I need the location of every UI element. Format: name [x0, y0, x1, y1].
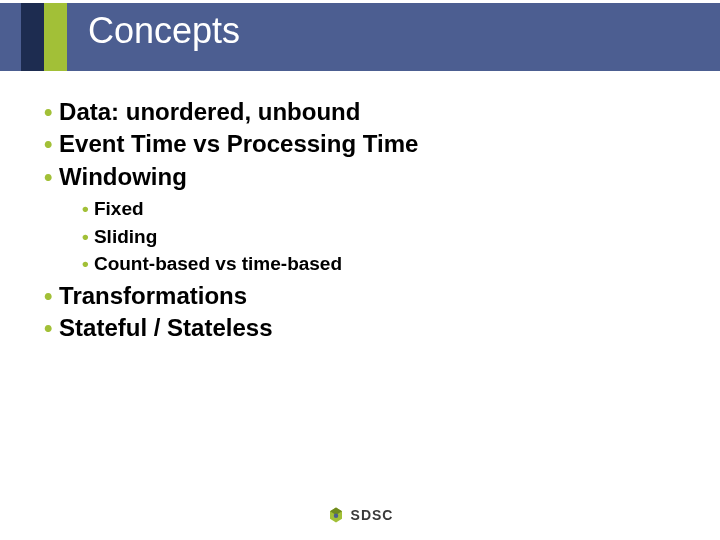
sub-bullet-text: Fixed — [94, 198, 144, 219]
slide: Concepts Data: unordered, unbound Event … — [0, 0, 720, 540]
bullet-item: Stateful / Stateless — [44, 312, 680, 344]
content: Data: unordered, unbound Event Time vs P… — [44, 96, 680, 345]
bullet-text: Windowing — [59, 163, 187, 190]
bullet-item: Data: unordered, unbound — [44, 96, 680, 128]
bullet-text: Stateful / Stateless — [59, 314, 272, 341]
svg-point-0 — [333, 514, 338, 519]
bullet-text: Event Time vs Processing Time — [59, 130, 418, 157]
bullet-item: Event Time vs Processing Time — [44, 128, 680, 160]
accent-navy — [21, 3, 44, 71]
bullet-text: Transformations — [59, 282, 247, 309]
sub-bullet-item: Fixed — [82, 195, 680, 223]
slide-title: Concepts — [88, 10, 240, 52]
sub-bullet-list: Fixed Sliding Count-based vs time-based — [82, 195, 680, 278]
bullet-list: Data: unordered, unbound Event Time vs P… — [44, 96, 680, 345]
bullet-item: Transformations — [44, 280, 680, 312]
sub-bullet-item: Sliding — [82, 223, 680, 251]
bullet-text: Data: unordered, unbound — [59, 98, 360, 125]
footer: SDSC — [0, 506, 720, 524]
sub-bullet-text: Sliding — [94, 226, 157, 247]
accent-green — [44, 3, 67, 71]
footer-logo-text: SDSC — [351, 507, 394, 523]
sdsc-logo-icon — [327, 506, 345, 524]
sub-bullet-text: Count-based vs time-based — [94, 253, 342, 274]
sub-bullet-item: Count-based vs time-based — [82, 250, 680, 278]
bullet-item: Windowing Fixed Sliding Count-based vs t… — [44, 161, 680, 278]
